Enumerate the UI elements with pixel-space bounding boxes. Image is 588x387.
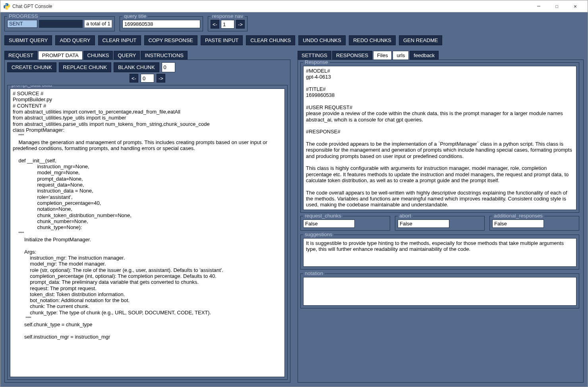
chunk-nav-index[interactable] <box>141 74 154 83</box>
close-button[interactable]: ✕ <box>566 0 584 12</box>
undo-chunks-button[interactable]: UNDO CHUNKS <box>298 35 346 45</box>
add-query-button[interactable]: ADD QUERY <box>55 35 95 45</box>
left-tabs: REQUEST PROMPT DATA CHUNKS QUERY INSTRUC… <box>4 51 290 60</box>
query-title-input[interactable] <box>122 20 200 28</box>
progress-status: SENT <box>7 20 37 28</box>
additional-responses-group: additional_responses False <box>489 216 579 231</box>
prompt-data-group: prompt_data data # SOURCE # PromptBuilde… <box>7 85 288 380</box>
response-nav-index[interactable] <box>221 20 234 29</box>
maximize-button[interactable]: ☐ <box>548 0 566 12</box>
tab-query[interactable]: QUERY <box>114 51 140 60</box>
minimize-button[interactable]: ─ <box>530 0 548 12</box>
query-title-group: query title <box>120 16 203 31</box>
clear-input-button[interactable]: CLEAR INPUT <box>98 35 141 45</box>
request-chunks-value[interactable]: False <box>303 219 355 228</box>
abort-group: abort False <box>395 216 485 231</box>
main-toolbar: SUBMIT QUERY ADD QUERY CLEAR INPUT COPY … <box>4 35 584 45</box>
tab-prompt-data[interactable]: PROMPT DATA <box>38 51 83 60</box>
replace-chunk-button[interactable]: REPLACE CHUNK <box>59 62 112 72</box>
suggestions-textarea[interactable]: It is suggestible to provide type hintin… <box>303 238 576 267</box>
svg-point-1 <box>8 8 8 9</box>
tab-files[interactable]: Files <box>373 51 392 60</box>
submit-query-button[interactable]: SUBMIT QUERY <box>4 35 52 45</box>
window-title: Chat GPT Console <box>12 4 530 9</box>
chunk-index-input[interactable] <box>162 62 175 72</box>
blank-chunk-button[interactable]: BLANK CHUNK <box>114 62 159 72</box>
copy-response-button[interactable]: COPY RESPONSE <box>144 35 197 45</box>
gen-readme-button[interactable]: GEN README <box>399 35 442 45</box>
titlebar: Chat GPT Console ─ ☐ ✕ <box>0 0 588 12</box>
prompt-data-textarea[interactable]: # SOURCE # PromptBuilder.py # CONTENT # … <box>10 89 285 377</box>
clear-chunks-button[interactable]: CLEAR CHUNKS <box>246 35 295 45</box>
chunk-nav-prev[interactable]: <- <box>130 74 138 83</box>
response-nav-group: response nav <- -> <box>208 16 248 31</box>
tab-responses[interactable]: RESPONSES <box>332 51 372 60</box>
progress-group: PROGRESS SENT a total of 1 c <box>4 16 115 31</box>
notation-group: notation <box>300 273 579 308</box>
abort-value[interactable]: False <box>398 219 449 228</box>
create-chunk-button[interactable]: CREATE CHUNK <box>7 62 56 72</box>
svg-point-0 <box>6 4 6 4</box>
tab-request[interactable]: REQUEST <box>4 51 37 60</box>
tab-chunks[interactable]: CHUNKS <box>83 51 113 60</box>
progress-summary: a total of 1 c <box>84 20 112 28</box>
app-window: Chat GPT Console ─ ☐ ✕ PROGRESS SENT a t… <box>0 0 588 387</box>
response-nav-prev[interactable]: <- <box>211 20 219 29</box>
request-chunks-group: request_chunks False <box>300 216 390 231</box>
suggestions-group: suggestions It is suggestible to provide… <box>300 235 579 270</box>
redo-chunks-button[interactable]: REDO CHUNKS <box>349 35 396 45</box>
right-tabs: SETTINGS RESPONSES Files urls feedback <box>298 51 584 60</box>
python-icon <box>4 3 10 10</box>
tab-settings[interactable]: SETTINGS <box>298 51 331 60</box>
additional-responses-value[interactable]: False <box>492 219 544 228</box>
progress-bar <box>39 20 83 28</box>
tab-instructions[interactable]: INSTRUCTIONS <box>141 51 188 60</box>
tab-urls[interactable]: urls <box>393 51 409 60</box>
notation-textarea[interactable] <box>303 277 576 306</box>
response-textarea[interactable]: #MODEL# gpt-4-0613 #TITLE# 1699860538 #U… <box>303 66 576 210</box>
tab-feedback[interactable]: feedback <box>410 51 439 60</box>
chunk-nav-next[interactable]: -> <box>157 74 165 83</box>
response-nav-next[interactable]: -> <box>236 20 245 29</box>
paste-input-button[interactable]: PASTE INPUT <box>201 35 243 45</box>
response-group: Response #MODEL# gpt-4-0613 #TITLE# 1699… <box>300 62 579 213</box>
